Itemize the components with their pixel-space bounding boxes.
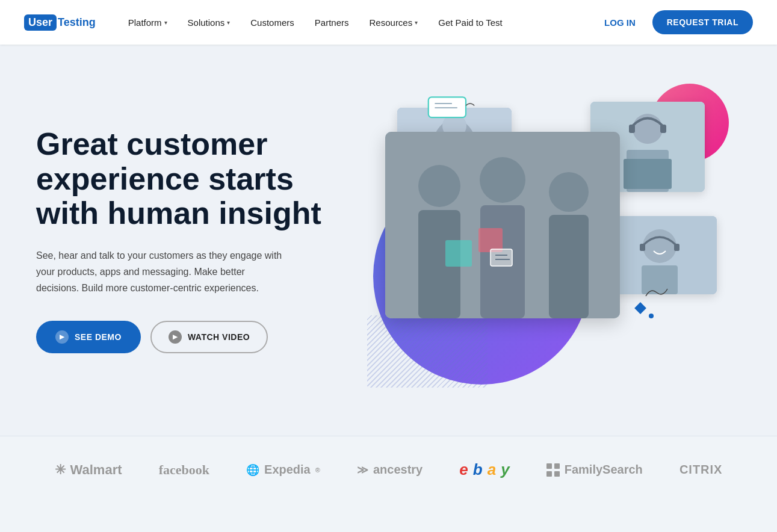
nav-item-get-paid[interactable]: Get Paid to Test [430,13,510,32]
play-icon: ▶ [169,330,182,344]
familysearch-icon [546,463,560,477]
login-button[interactable]: LOG IN [597,13,643,32]
nav-item-partners[interactable]: Partners [306,13,358,32]
deco-lines [367,315,488,388]
logo-testing-part: Testing [58,16,96,29]
hero-content: Great customer experience starts with hu… [36,127,325,353]
photo-main [385,132,620,318]
nav-actions: LOG IN REQUEST TRIAL [597,10,753,34]
nav-item-resources[interactable]: Resources ▾ [361,13,427,32]
logo-walmart: ✳ Walmart [55,462,122,478]
deco-squiggle [645,285,669,300]
svg-rect-30 [674,244,679,251]
walmart-star-icon: ✳ [55,462,66,478]
chevron-down-icon: ▾ [415,19,418,26]
logo-familysearch: FamilySearch [546,463,643,477]
svg-rect-33 [546,471,552,477]
svg-point-27 [643,229,676,263]
deco-dot [649,314,654,318]
svg-rect-13 [660,125,666,133]
ancestry-arrow-icon: ≫ [357,463,368,477]
chevron-down-icon: ▾ [227,19,230,26]
hero-buttons: ▶ SEE DEMO ▶ WATCH VIDEO [36,321,325,353]
deco-diamond-icon [634,302,646,314]
logo-ebay: ebay [459,460,509,479]
svg-rect-31 [546,463,552,469]
logo[interactable]: User Testing [24,14,96,31]
navbar: User Testing Platform ▾ Solutions ▾ Cust… [0,0,777,45]
hero-subtitle: See, hear and talk to your customers as … [36,247,289,297]
svg-rect-11 [624,159,672,189]
svg-rect-23 [491,249,512,266]
chevron-down-icon: ▾ [164,19,167,26]
nav-item-platform[interactable]: Platform ▾ [120,13,176,32]
see-demo-button[interactable]: ▶ SEE DEMO [36,321,141,353]
hero-title: Great customer experience starts with hu… [36,127,325,230]
svg-rect-34 [554,471,560,477]
svg-point-17 [480,157,525,203]
logo-user-part: User [24,14,57,31]
logo-expedia: 🌐 Expedia ® [246,463,320,477]
watch-video-button[interactable]: ▶ WATCH VIDEO [150,321,268,353]
svg-rect-32 [554,463,560,469]
play-icon: ▶ [55,330,69,344]
nav-item-solutions[interactable]: Solutions ▾ [179,13,239,32]
svg-point-15 [418,165,460,207]
nav-links: Platform ▾ Solutions ▾ Customers Partner… [120,13,597,32]
request-trial-button[interactable]: REQUEST TRIAL [652,10,753,34]
svg-rect-12 [629,125,635,133]
logos-strip: ✳ Walmart facebook 🌐 Expedia ® ≫ ancestr… [0,436,777,503]
svg-rect-22 [478,228,503,252]
svg-rect-29 [640,244,645,251]
deco-chat-bubble [427,96,475,128]
svg-point-19 [549,172,589,212]
hero-image-collage [349,84,741,397]
logo-facebook: facebook [159,462,209,478]
svg-rect-21 [445,240,472,267]
globe-icon: 🌐 [246,463,259,477]
logo-ancestry: ≫ ancestry [357,463,423,477]
hero-section: Great customer experience starts with hu… [0,45,777,436]
nav-item-customers[interactable]: Customers [242,13,303,32]
logo-citrix: CiTRiX [679,463,723,477]
svg-rect-20 [549,215,589,318]
